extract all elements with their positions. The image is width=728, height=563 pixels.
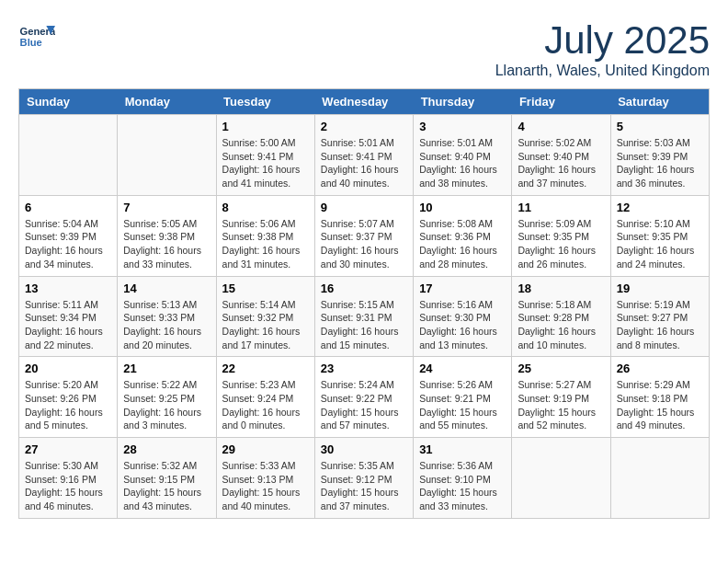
day-number: 6 (25, 201, 111, 214)
day-info: Sunrise: 5:06 AM Sunset: 9:38 PM Dayligh… (222, 217, 309, 271)
day-number: 8 (222, 201, 309, 214)
calendar-cell (512, 438, 610, 519)
calendar-week-row: 27Sunrise: 5:30 AM Sunset: 9:16 PM Dayli… (19, 438, 710, 519)
title-area: July 2025 Llanarth, Wales, United Kingdo… (495, 18, 710, 79)
day-number: 1 (222, 120, 309, 133)
calendar-cell: 15Sunrise: 5:14 AM Sunset: 9:32 PM Dayli… (216, 276, 314, 357)
day-number: 13 (25, 282, 111, 295)
day-info: Sunrise: 5:11 AM Sunset: 9:34 PM Dayligh… (25, 298, 111, 352)
calendar-cell: 18Sunrise: 5:18 AM Sunset: 9:28 PM Dayli… (512, 276, 610, 357)
calendar-cell: 3Sunrise: 5:01 AM Sunset: 9:40 PM Daylig… (414, 115, 512, 196)
weekday-header-wednesday: Wednesday (314, 89, 413, 115)
day-number: 18 (518, 282, 604, 295)
calendar-cell: 13Sunrise: 5:11 AM Sunset: 9:34 PM Dayli… (19, 276, 118, 357)
day-info: Sunrise: 5:18 AM Sunset: 9:28 PM Dayligh… (518, 298, 604, 352)
calendar-cell (118, 115, 216, 196)
day-info: Sunrise: 5:15 AM Sunset: 9:31 PM Dayligh… (321, 298, 407, 352)
day-number: 25 (518, 362, 604, 375)
day-number: 30 (321, 442, 407, 456)
logo: General Blue (18, 18, 59, 55)
day-info: Sunrise: 5:19 AM Sunset: 9:27 PM Dayligh… (617, 298, 703, 352)
day-info: Sunrise: 5:14 AM Sunset: 9:32 PM Dayligh… (222, 298, 309, 352)
day-number: 28 (123, 442, 210, 456)
day-info: Sunrise: 5:36 AM Sunset: 9:10 PM Dayligh… (419, 459, 506, 513)
day-number: 16 (321, 282, 407, 295)
calendar-cell: 17Sunrise: 5:16 AM Sunset: 9:30 PM Dayli… (414, 276, 512, 357)
calendar-cell: 23Sunrise: 5:24 AM Sunset: 9:22 PM Dayli… (314, 357, 413, 438)
day-number: 20 (25, 362, 111, 375)
day-info: Sunrise: 5:01 AM Sunset: 9:40 PM Dayligh… (419, 136, 506, 190)
calendar-week-row: 6Sunrise: 5:04 AM Sunset: 9:39 PM Daylig… (19, 195, 710, 276)
day-number: 12 (617, 201, 703, 214)
day-info: Sunrise: 5:27 AM Sunset: 9:19 PM Dayligh… (518, 378, 604, 432)
day-number: 14 (123, 282, 210, 295)
calendar-cell: 12Sunrise: 5:10 AM Sunset: 9:35 PM Dayli… (610, 195, 709, 276)
calendar-cell: 16Sunrise: 5:15 AM Sunset: 9:31 PM Dayli… (314, 276, 413, 357)
calendar-cell: 4Sunrise: 5:02 AM Sunset: 9:40 PM Daylig… (512, 115, 610, 196)
calendar-week-row: 1Sunrise: 5:00 AM Sunset: 9:41 PM Daylig… (19, 115, 710, 196)
page-header: General Blue July 2025 Llanarth, Wales, … (18, 18, 710, 79)
calendar-cell: 6Sunrise: 5:04 AM Sunset: 9:39 PM Daylig… (19, 195, 118, 276)
day-number: 21 (123, 362, 210, 375)
weekday-header-thursday: Thursday (414, 89, 512, 115)
day-number: 4 (518, 120, 604, 133)
calendar-cell: 20Sunrise: 5:20 AM Sunset: 9:26 PM Dayli… (19, 357, 118, 438)
day-number: 9 (321, 201, 407, 214)
day-info: Sunrise: 5:35 AM Sunset: 9:12 PM Dayligh… (321, 459, 407, 513)
day-info: Sunrise: 5:05 AM Sunset: 9:38 PM Dayligh… (123, 217, 210, 271)
day-number: 27 (25, 442, 111, 456)
calendar-cell: 25Sunrise: 5:27 AM Sunset: 9:19 PM Dayli… (512, 357, 610, 438)
calendar-cell: 22Sunrise: 5:23 AM Sunset: 9:24 PM Dayli… (216, 357, 314, 438)
day-info: Sunrise: 5:07 AM Sunset: 9:37 PM Dayligh… (321, 217, 407, 271)
day-number: 5 (617, 120, 703, 133)
weekday-header-saturday: Saturday (610, 89, 709, 115)
day-number: 7 (123, 201, 210, 214)
day-info: Sunrise: 5:04 AM Sunset: 9:39 PM Dayligh… (25, 217, 111, 271)
calendar-cell: 2Sunrise: 5:01 AM Sunset: 9:41 PM Daylig… (314, 115, 413, 196)
day-number: 17 (419, 282, 506, 295)
day-info: Sunrise: 5:29 AM Sunset: 9:18 PM Dayligh… (617, 378, 703, 432)
day-number: 19 (617, 282, 703, 295)
calendar-week-row: 20Sunrise: 5:20 AM Sunset: 9:26 PM Dayli… (19, 357, 710, 438)
calendar-cell: 11Sunrise: 5:09 AM Sunset: 9:35 PM Dayli… (512, 195, 610, 276)
calendar-cell: 24Sunrise: 5:26 AM Sunset: 9:21 PM Dayli… (414, 357, 512, 438)
calendar-cell: 8Sunrise: 5:06 AM Sunset: 9:38 PM Daylig… (216, 195, 314, 276)
calendar-cell: 5Sunrise: 5:03 AM Sunset: 9:39 PM Daylig… (610, 115, 709, 196)
day-info: Sunrise: 5:23 AM Sunset: 9:24 PM Dayligh… (222, 378, 309, 432)
day-info: Sunrise: 5:00 AM Sunset: 9:41 PM Dayligh… (222, 136, 309, 190)
weekday-header-sunday: Sunday (19, 89, 118, 115)
day-info: Sunrise: 5:02 AM Sunset: 9:40 PM Dayligh… (518, 136, 604, 190)
day-number: 24 (419, 362, 506, 375)
calendar-cell: 21Sunrise: 5:22 AM Sunset: 9:25 PM Dayli… (118, 357, 216, 438)
day-number: 26 (617, 362, 703, 375)
day-info: Sunrise: 5:03 AM Sunset: 9:39 PM Dayligh… (617, 136, 703, 190)
calendar-cell: 10Sunrise: 5:08 AM Sunset: 9:36 PM Dayli… (414, 195, 512, 276)
day-number: 10 (419, 201, 506, 214)
calendar-cell: 7Sunrise: 5:05 AM Sunset: 9:38 PM Daylig… (118, 195, 216, 276)
day-number: 2 (321, 120, 407, 133)
calendar-cell: 1Sunrise: 5:00 AM Sunset: 9:41 PM Daylig… (216, 115, 314, 196)
calendar-cell: 28Sunrise: 5:32 AM Sunset: 9:15 PM Dayli… (118, 438, 216, 519)
weekday-header-tuesday: Tuesday (216, 89, 314, 115)
calendar-cell: 26Sunrise: 5:29 AM Sunset: 9:18 PM Dayli… (610, 357, 709, 438)
calendar-cell: 9Sunrise: 5:07 AM Sunset: 9:37 PM Daylig… (314, 195, 413, 276)
day-info: Sunrise: 5:08 AM Sunset: 9:36 PM Dayligh… (419, 217, 506, 271)
day-info: Sunrise: 5:16 AM Sunset: 9:30 PM Dayligh… (419, 298, 506, 352)
calendar-cell: 30Sunrise: 5:35 AM Sunset: 9:12 PM Dayli… (314, 438, 413, 519)
day-info: Sunrise: 5:33 AM Sunset: 9:13 PM Dayligh… (222, 459, 309, 513)
svg-text:Blue: Blue (20, 37, 42, 48)
weekday-header-monday: Monday (118, 89, 216, 115)
logo-icon: General Blue (18, 18, 55, 55)
calendar-cell (19, 115, 118, 196)
day-number: 22 (222, 362, 309, 375)
day-info: Sunrise: 5:22 AM Sunset: 9:25 PM Dayligh… (123, 378, 210, 432)
calendar-cell (610, 438, 709, 519)
day-info: Sunrise: 5:24 AM Sunset: 9:22 PM Dayligh… (321, 378, 407, 432)
day-number: 23 (321, 362, 407, 375)
day-info: Sunrise: 5:30 AM Sunset: 9:16 PM Dayligh… (25, 459, 111, 513)
day-info: Sunrise: 5:10 AM Sunset: 9:35 PM Dayligh… (617, 217, 703, 271)
calendar-cell: 27Sunrise: 5:30 AM Sunset: 9:16 PM Dayli… (19, 438, 118, 519)
month-year-title: July 2025 (495, 18, 710, 63)
day-info: Sunrise: 5:26 AM Sunset: 9:21 PM Dayligh… (419, 378, 506, 432)
calendar-cell: 19Sunrise: 5:19 AM Sunset: 9:27 PM Dayli… (610, 276, 709, 357)
